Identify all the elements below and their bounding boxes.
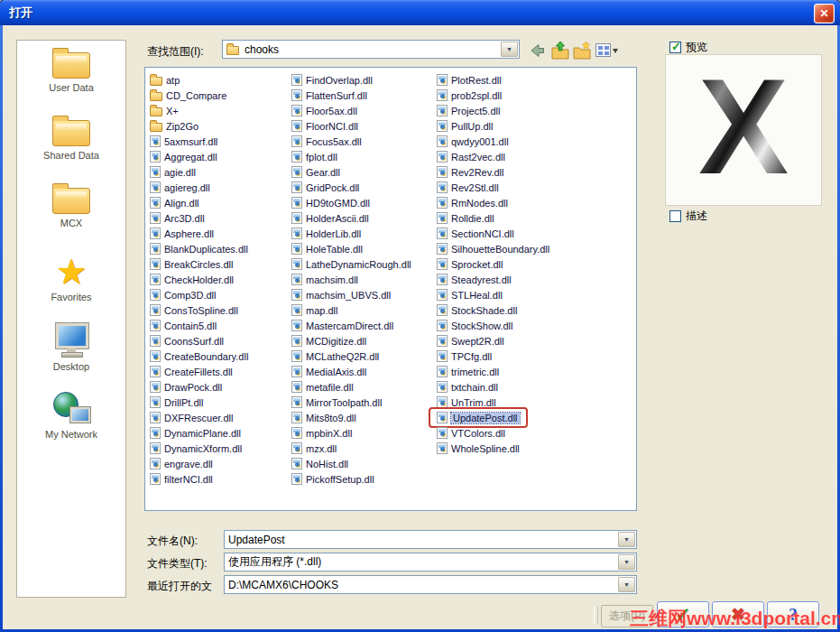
sidebar-item-user-data[interactable]: User Data	[17, 48, 125, 116]
file-item[interactable]: LatheDynamicRough.dll	[291, 256, 413, 272]
file-item[interactable]: Sprocket.dll	[437, 256, 504, 272]
title-bar[interactable]: 打开 ✕	[0, 0, 840, 25]
file-item[interactable]: PickoffSetup.dll	[291, 471, 376, 487]
file-item[interactable]: CreateBoundary.dll	[150, 349, 250, 364]
file-item[interactable]: TPCfg.dll	[437, 349, 494, 364]
file-item[interactable]: Rev2Rev.dll	[437, 164, 506, 180]
file-item[interactable]: DynamicPlane.dll	[150, 425, 243, 441]
file-item[interactable]: PullUp.dll	[437, 118, 494, 134]
file-item[interactable]: agiereg.dll	[150, 180, 212, 195]
file-item[interactable]: HolderLib.dll	[291, 226, 363, 241]
file-item[interactable]: HoleTable.dll	[291, 241, 365, 256]
sidebar-item-my-network[interactable]: My Network	[17, 386, 125, 454]
file-item[interactable]: GridPock.dll	[291, 180, 361, 195]
file-item[interactable]: Comp3D.dll	[150, 287, 217, 302]
file-item[interactable]: HD9toGMD.dll	[291, 195, 372, 210]
file-item[interactable]: CoonsSurf.dll	[150, 333, 226, 349]
file-item[interactable]: engrave.dll	[150, 456, 215, 471]
file-item[interactable]: MedialAxis.dll	[291, 364, 368, 379]
file-item[interactable]: FlattenSurf.dll	[291, 88, 369, 103]
file-item[interactable]: atp	[150, 72, 181, 88]
file-item[interactable]: DynamicXform.dll	[150, 441, 244, 456]
up-one-level-button[interactable]	[549, 40, 571, 61]
file-item[interactable]: Swept2R.dll	[437, 333, 506, 349]
file-item[interactable]: Contain5.dll	[150, 318, 218, 333]
file-item[interactable]: ConsToSpline.dll	[150, 302, 240, 318]
file-item[interactable]: trimetric.dll	[437, 364, 501, 379]
file-item[interactable]: X+	[150, 103, 180, 118]
file-item[interactable]: txtchain.dll	[437, 379, 500, 395]
file-item[interactable]: BreakCircles.dll	[150, 256, 235, 272]
views-menu-button[interactable]	[593, 40, 622, 61]
file-item[interactable]: mzx.dll	[291, 441, 338, 456]
description-checkbox[interactable]	[669, 210, 681, 222]
help-button[interactable]: ?	[767, 601, 819, 627]
file-item[interactable]: UnTrim.dll	[437, 395, 498, 410]
dropdown-arrow-icon[interactable]: ▼	[501, 42, 518, 57]
file-item[interactable]: fplot.dll	[291, 149, 339, 164]
dropdown-arrow-icon[interactable]: ▼	[618, 577, 635, 592]
file-item[interactable]: machsim.dll	[291, 272, 360, 287]
file-item[interactable]: Rev2Stl.dll	[437, 180, 501, 195]
file-item[interactable]: DrillPt.dll	[150, 395, 205, 410]
file-item[interactable]: PlotRest.dll	[437, 72, 503, 88]
file-item[interactable]: Focus5ax.dll	[291, 134, 364, 149]
file-item[interactable]: CheckHolder.dll	[150, 272, 235, 287]
sidebar-item-shared-data[interactable]: Shared Data	[17, 116, 125, 183]
look-in-combobox[interactable]: chooks ▼	[222, 40, 520, 59]
file-item[interactable]: map.dll	[291, 302, 339, 318]
file-item[interactable]: qwdyy001.dll	[437, 134, 511, 149]
back-button[interactable]	[527, 40, 549, 61]
file-type-combobox[interactable]: 使用应用程序 (*.dll) ▼	[224, 553, 637, 572]
file-item[interactable]: UpdatePost.dll	[437, 410, 522, 425]
file-item[interactable]: CD_Compare	[150, 88, 228, 103]
file-item[interactable]: WholeSpline.dll	[437, 441, 522, 456]
dropdown-arrow-icon[interactable]: ▼	[618, 554, 635, 570]
file-item[interactable]: filterNCI.dll	[150, 471, 215, 487]
file-item[interactable]: Aggregat.dll	[150, 149, 219, 164]
file-item[interactable]: STLHeal.dll	[437, 287, 504, 302]
description-checkbox-row[interactable]: 描述	[669, 209, 707, 224]
new-folder-button[interactable]	[571, 40, 593, 61]
file-list[interactable]: atpCD_CompareX+Zip2Go5axmsurf.dllAggrega…	[144, 67, 637, 511]
ok-button[interactable]: ✓	[657, 601, 709, 627]
file-item[interactable]: Rast2vec.dll	[437, 149, 507, 164]
file-item[interactable]: prob2spl.dll	[437, 88, 503, 103]
file-item[interactable]: Arc3D.dll	[150, 210, 207, 226]
file-item[interactable]: RmNodes.dll	[437, 195, 510, 210]
file-item[interactable]: CreateFillets.dll	[150, 364, 235, 379]
file-item[interactable]: Gear.dll	[291, 164, 342, 180]
file-item[interactable]: HolderAscii.dll	[291, 210, 371, 226]
file-item[interactable]: MCDigitize.dll	[291, 333, 368, 349]
file-item[interactable]: StockShade.dll	[437, 302, 519, 318]
sidebar-item-mcx[interactable]: MCX	[17, 183, 125, 251]
cancel-button[interactable]: ✖	[712, 601, 764, 627]
file-item[interactable]: machsim_UBVS.dll	[291, 287, 392, 302]
file-item[interactable]: DrawPock.dll	[150, 379, 224, 395]
sidebar-item-desktop[interactable]: Desktop	[17, 319, 125, 386]
file-item[interactable]: Asphere.dll	[150, 226, 216, 241]
file-item[interactable]: FindOverlap.dll	[291, 72, 374, 88]
file-item[interactable]: FloorNCI.dll	[291, 118, 360, 134]
file-item[interactable]: 5axmsurf.dll	[150, 134, 219, 149]
file-item[interactable]: SilhouetteBoundary.dll	[437, 241, 551, 256]
file-item[interactable]: VTColors.dll	[437, 425, 507, 441]
file-item[interactable]: SectionNCI.dll	[437, 226, 516, 241]
file-item[interactable]: metafile.dll	[291, 379, 355, 395]
file-item[interactable]: mpbinX.dll	[291, 425, 354, 441]
file-item[interactable]: Rolldie.dll	[437, 210, 496, 226]
dropdown-arrow-icon[interactable]: ▼	[618, 532, 635, 547]
file-item[interactable]: MCLatheQ2R.dll	[291, 349, 381, 364]
file-item[interactable]: Floor5ax.dll	[291, 103, 359, 118]
file-item[interactable]: agie.dll	[150, 164, 198, 180]
file-item[interactable]: NoHist.dll	[291, 456, 350, 471]
file-item[interactable]: MirrorToolpath.dll	[291, 395, 383, 410]
file-item[interactable]: Zip2Go	[150, 118, 200, 134]
recent-files-combobox[interactable]: D:\MCAMX6\CHOOKS ▼	[224, 575, 637, 594]
preview-checkbox[interactable]	[669, 42, 681, 53]
preview-checkbox-row[interactable]: 预览	[669, 40, 707, 55]
file-item[interactable]: Mits8to9.dll	[291, 410, 358, 425]
options-button[interactable]: 选项(P)	[601, 605, 653, 627]
close-button[interactable]: ✕	[814, 4, 835, 23]
file-item[interactable]: MastercamDirect.dll	[291, 318, 395, 333]
